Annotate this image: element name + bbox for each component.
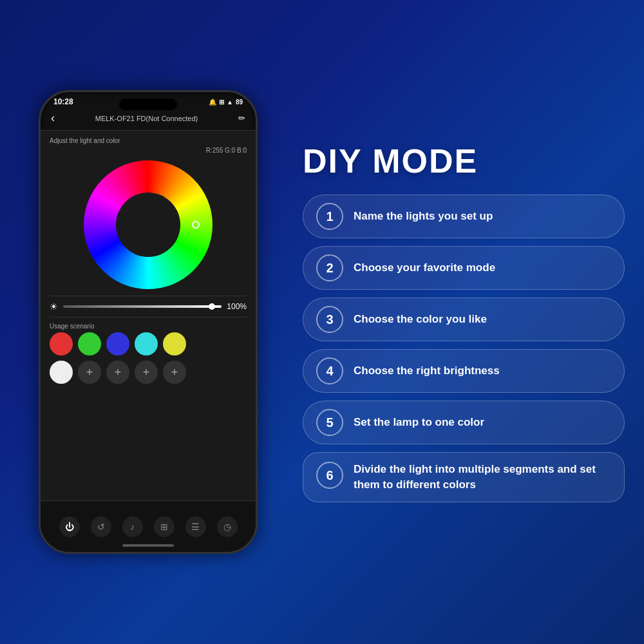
status-time: 10:28 (53, 97, 73, 106)
clock-icon[interactable]: ◷ (217, 516, 238, 537)
usage-label: Usage scenario (50, 323, 247, 330)
step-5: 5 Set the lamp to one color (303, 401, 625, 444)
color-wheel-center (116, 193, 180, 257)
timer-icon[interactable]: ☰ (185, 516, 206, 537)
diy-mode-title: DIY MODE (303, 142, 625, 180)
step-6: 6 Divide the light into multiple segment… (303, 452, 625, 502)
main-container: 10:28 🔔 ⊞ ▲ 89 ‹ MELK-OF21 FD(Not Connec… (13, 13, 631, 631)
swatch-cyan[interactable] (135, 332, 158, 355)
brightness-thumb (209, 303, 215, 310)
music-icon[interactable]: ♪ (122, 516, 143, 537)
step-4-text: Choose the right brightness (354, 363, 500, 379)
brightness-sun-icon: ☀ (50, 301, 58, 312)
step-3-number: 3 (316, 306, 343, 333)
add-swatch-1[interactable]: + (78, 361, 101, 384)
step-6-number: 6 (316, 462, 343, 489)
swatch-white[interactable] (50, 361, 73, 384)
swatch-blue[interactable] (106, 332, 129, 355)
step-1-text: Name the lights you set up (354, 209, 493, 224)
brightness-slider[interactable] (63, 305, 222, 308)
power-icon[interactable]: ⏻ (59, 516, 80, 537)
step-5-number: 5 (316, 409, 343, 436)
color-wheel-cursor[interactable] (192, 221, 200, 229)
step-6-text: Divide the light into multiple segments … (354, 462, 611, 493)
swatch-yellow[interactable] (163, 332, 186, 355)
rgb-value: R:255 G:0 B:0 (50, 147, 247, 154)
color-wheel-ring[interactable] (84, 160, 213, 289)
phone-content: Adjust the light and color R:255 G:0 B:0… (41, 131, 256, 513)
mode-icon[interactable]: ↺ (91, 516, 111, 537)
status-grid-icon: ⊞ (219, 99, 224, 106)
step-5-text: Set the lamp to one color (354, 415, 484, 430)
brightness-pct: 100% (227, 302, 247, 311)
status-icons: 🔔 ⊞ ▲ 89 (209, 99, 243, 106)
color-swatches-row2: + + + + (50, 361, 247, 384)
status-wifi-icon: ▲ (227, 99, 233, 106)
brightness-row: ☀ 100% (50, 296, 247, 317)
color-wheel-container[interactable] (50, 160, 247, 289)
right-section: DIY MODE 1 Name the lights you set up 2 … (303, 142, 631, 502)
add-swatch-4[interactable]: + (163, 361, 186, 384)
phone-notch (119, 99, 177, 110)
step-2: 2 Choose your favorite mode (303, 246, 625, 290)
back-icon[interactable]: ‹ (51, 111, 55, 125)
nav-title: MELK-OF21 FD(Not Connected) (95, 115, 198, 122)
color-swatches-row1 (50, 332, 247, 355)
phone-section: 10:28 🔔 ⊞ ▲ 89 ‹ MELK-OF21 FD(Not Connec… (13, 90, 283, 554)
edit-icon[interactable]: ✏ (238, 113, 245, 123)
step-1-number: 1 (316, 203, 343, 230)
step-4: 4 Choose the right brightness (303, 349, 625, 393)
add-swatch-2[interactable]: + (106, 361, 129, 384)
status-battery: 89 (236, 99, 243, 106)
step-1: 1 Name the lights you set up (303, 194, 625, 238)
step-2-number: 2 (316, 254, 343, 281)
adjust-label: Adjust the light and color (50, 137, 247, 144)
phone-mockup: 10:28 🔔 ⊞ ▲ 89 ‹ MELK-OF21 FD(Not Connec… (39, 90, 258, 554)
step-2-text: Choose your favorite mode (354, 260, 495, 276)
home-indicator (122, 544, 174, 547)
add-swatch-3[interactable]: + (135, 361, 158, 384)
step-4-number: 4 (316, 357, 343, 384)
swatch-green[interactable] (78, 332, 101, 355)
swatch-red[interactable] (50, 332, 73, 355)
status-alert: 🔔 (209, 99, 216, 106)
step-3: 3 Choose the color you like (303, 298, 625, 341)
phone-nav-header: ‹ MELK-OF21 FD(Not Connected) ✏ (41, 109, 256, 131)
settings-icon[interactable]: ⊞ (154, 516, 175, 537)
step-3-text: Choose the color you like (354, 312, 487, 327)
color-wheel[interactable] (84, 160, 213, 289)
